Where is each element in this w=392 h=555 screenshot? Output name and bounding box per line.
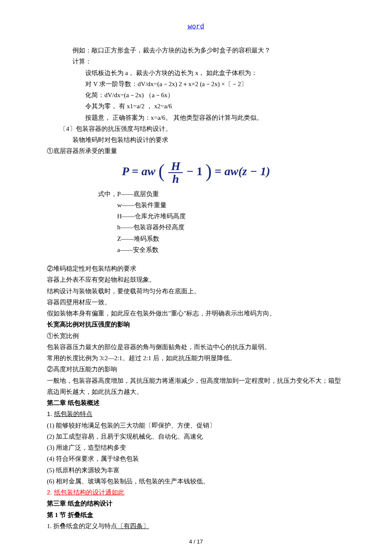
text-line: (5) 纸原料的来源较为丰富 — [47, 465, 345, 476]
text-line: (2) 加工成型容易，且易于实现机械化、自动化、高速化 — [47, 431, 345, 442]
text-line: 容器四壁用材应一致。 — [47, 297, 345, 308]
text-line: (6) 相对金属、玻璃等包装制品，纸包装的生产本钱较低。 — [47, 476, 345, 487]
text-line: 装物堆码时对包装结构设计的要求 — [47, 134, 345, 145]
heading: 第二章 纸包装概述 — [47, 397, 345, 408]
heading: 第 1 节 折叠纸盒 — [47, 509, 345, 520]
text-line: 〔4〕包装容器的抗压强度与结构设计。 — [47, 123, 345, 134]
def-line: a——安全系数 — [47, 244, 345, 255]
item-note: 〔有四条〕 — [117, 523, 149, 529]
paren-close: ) — [205, 164, 212, 179]
text-line: ②堆码稳定性对包装结构的要求 — [47, 263, 345, 274]
definition-list: 式中，P——底层负重 w——包装件重量 H——仓库允许堆码高度 h——包装容器外… — [47, 188, 345, 256]
fraction-den: h — [168, 173, 183, 185]
list-item: 1. 纸包装的特点 — [47, 408, 345, 419]
text-line: ②高度对抗压能力的影响 — [47, 364, 345, 375]
item-number: 1. — [47, 410, 54, 417]
text-line: ①底层容器所承受的重量 — [47, 145, 345, 156]
text-line: 结构设计与装物装载时，要使载荷均匀分布在底面上。 — [47, 286, 345, 297]
text-line: 对 V 求一阶导数：dV/dx=(a－2x) 2＋x×2 (a－2x) ×〔－2… — [47, 78, 345, 90]
formula-right: aw(z − 1) — [225, 165, 270, 178]
text-line: (3) 用途广泛，造型结构多变 — [47, 442, 345, 453]
formula: P = aw ( H h − 1 ) = aw(z − 1) — [47, 160, 345, 185]
text-line: 计算： — [47, 56, 345, 67]
heading: 第三章 纸盒的结构设计 — [47, 498, 345, 509]
item-text: 1. 折叠纸盒的定义与特点 — [47, 523, 117, 529]
item-text: 纸包装的特点 — [54, 410, 92, 417]
text-line: ①长宽比例 — [47, 330, 345, 341]
formula-minus-1: − 1 — [187, 165, 202, 178]
header-word-label: word — [47, 21, 345, 33]
text-line: 令其为零， 有 x1=a/2 ， x2=a/6 — [47, 101, 345, 112]
paren-open: ( — [159, 164, 165, 179]
formula-eq: = — [215, 165, 225, 178]
fraction-num: H — [168, 160, 183, 173]
text-line: (1) 能够较好地满足包装的三大功能〔即保护、方便、促销〕 — [47, 420, 345, 431]
fraction: H h — [168, 160, 183, 185]
heading: 长宽高比例对抗压强度的影响 — [47, 319, 345, 330]
text-line: 按题意， 正确答案为：x=a/6。 其他类型容器的计算与此类似。 — [47, 112, 345, 123]
item-number: 2. — [47, 489, 54, 496]
text-line: 例如：敞口正方形盒子，裁去小方块的边长为多少时盒子的容积最大？ — [47, 45, 345, 56]
def-line: h——包装容器外径高度 — [47, 222, 345, 233]
text-line: 假如装物本身有偏重，如此应在包装外做出"重心"标志，并明确表示出堆码方向。 — [47, 308, 345, 319]
def-line: H——仓库允许堆码高度 — [47, 211, 345, 222]
text-line: 容器上外表不应有突起物和起鼓现象。 — [47, 274, 345, 285]
list-item: 2. 纸包装结构的设计通如此 — [47, 487, 345, 498]
def-line: Z——堆码系数 — [47, 233, 345, 244]
item-text: 纸包装结构的设计通如此 — [54, 489, 124, 496]
text-line: (4) 符合环保要求，属于绿色包装 — [47, 453, 345, 464]
text-line: 包装容器压力最大的部位是容器的角与侧面贴角处，而长边中心的抗压力最弱。 — [47, 341, 345, 353]
text-line: 一般地，包装容器高度增加，其抗压能力将逐渐减少，但高度增加到一定程度时，抗压力变… — [47, 375, 345, 398]
text-line: 设纸板边长为 a， 裁去小方块的边长为 x， 如此盒子体积为： — [47, 67, 345, 78]
document-page: word 例如：敞口正方形盒子，裁去小方块的边长为多少时盒子的容积最大？ 计算：… — [0, 0, 392, 555]
page-number: 4 / 17 — [0, 537, 392, 546]
def-line: w——包装件重量 — [47, 199, 345, 211]
document-body: 例如：敞口正方形盒子，裁去小方块的边长为多少时盒子的容积最大？ 计算： 设纸板边… — [47, 45, 345, 532]
formula-left: P = aw — [122, 165, 156, 178]
text-line: 常用的长度比例为 3:2—2:1。超过 2:1 后，如此抗压能力明显降低。 — [47, 353, 345, 364]
list-item: 1. 折叠纸盒的定义与特点〔有四条〕 — [47, 520, 345, 532]
text-line: 化简：dV/dx=(a－2x) （a－6x） — [47, 90, 345, 101]
def-line: 式中，P——底层负重 — [47, 188, 345, 199]
blank-line — [47, 255, 345, 263]
